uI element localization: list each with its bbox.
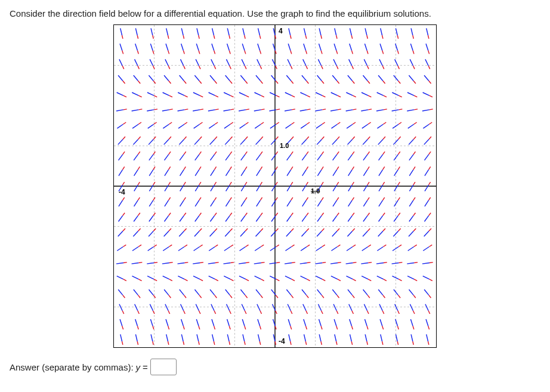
answer-label: Answer (separate by commas): [10, 362, 134, 372]
svg-line-15 [153, 341, 153, 345]
svg-line-853 [137, 35, 138, 39]
svg-line-699 [246, 95, 249, 97]
svg-line-559 [138, 137, 141, 139]
svg-line-278 [240, 247, 246, 251]
svg-line-630 [362, 124, 368, 128]
svg-line-880 [350, 28, 351, 35]
svg-line-236 [239, 263, 246, 264]
svg-line-607 [184, 122, 187, 124]
tick-label-1-0-x: 1.0 [311, 187, 320, 195]
svg-line-190 [209, 276, 215, 279]
svg-line-113 [260, 311, 261, 314]
svg-line-723 [430, 95, 432, 97]
svg-line-708 [316, 92, 322, 95]
svg-line-479 [168, 166, 170, 169]
svg-line-883 [367, 35, 367, 39]
svg-line-275 [215, 245, 218, 246]
svg-line-678 [407, 110, 414, 111]
svg-line-757 [367, 81, 370, 84]
svg-line-97 [138, 311, 139, 314]
svg-line-843 [382, 51, 384, 54]
svg-line-76 [304, 319, 306, 326]
direction-field-graph: -4 4 -4 1.0 1.0 [113, 24, 437, 348]
svg-line-659 [261, 109, 265, 110]
svg-line-567 [199, 137, 202, 139]
svg-line-742 [256, 75, 261, 81]
svg-line-782 [242, 59, 245, 66]
svg-line-661 [276, 109, 280, 110]
svg-line-246 [315, 263, 322, 264]
svg-line-224 [147, 263, 154, 264]
svg-line-506 [379, 169, 383, 175]
svg-line-203 [307, 279, 310, 281]
svg-line-362 [241, 215, 245, 221]
svg-line-202 [301, 276, 307, 279]
svg-line-149 [215, 295, 217, 298]
svg-line-683 [123, 95, 126, 97]
svg-line-131 [398, 311, 399, 314]
svg-line-850 [120, 28, 122, 35]
svg-line-331 [322, 229, 324, 231]
svg-line-889 [413, 35, 413, 39]
svg-line-546 [363, 155, 367, 160]
svg-line-335 [353, 229, 355, 231]
svg-line-750 [317, 75, 322, 81]
svg-line-859 [183, 35, 184, 39]
svg-line-251 [353, 263, 357, 263]
svg-line-549 [383, 152, 385, 155]
svg-line-28 [258, 334, 260, 341]
svg-line-885 [382, 35, 383, 39]
svg-line-810 [135, 44, 138, 51]
svg-line-395 [168, 197, 170, 200]
svg-line-221 [123, 263, 127, 263]
svg-line-584 [332, 139, 337, 144]
svg-line-263 [123, 245, 126, 246]
svg-line-334 [347, 231, 352, 236]
svg-line-793 [322, 66, 323, 69]
svg-line-512 [425, 169, 429, 175]
svg-line-426 [409, 200, 413, 206]
svg-line-62 [196, 319, 199, 326]
svg-line-348 [134, 215, 138, 221]
svg-line-770 [150, 59, 153, 66]
svg-line-577 [276, 137, 278, 139]
svg-line-399 [199, 197, 201, 200]
svg-line-644 [147, 110, 154, 111]
svg-line-383 [398, 213, 400, 216]
svg-line-759 [383, 81, 385, 84]
svg-line-260 [422, 263, 430, 264]
svg-line-766 [119, 59, 122, 66]
svg-line-713 [353, 95, 356, 97]
svg-line-501 [337, 166, 339, 169]
svg-line-327 [291, 229, 293, 231]
svg-line-215 [398, 279, 401, 281]
svg-line-245 [307, 263, 311, 263]
svg-line-694 [209, 92, 215, 95]
svg-line-493 [276, 166, 277, 169]
svg-line-888 [411, 28, 413, 35]
svg-line-103 [184, 311, 185, 314]
svg-line-137 [123, 295, 125, 298]
svg-line-570 [225, 139, 230, 144]
svg-line-329 [307, 229, 309, 231]
svg-line-204 [316, 276, 322, 279]
svg-line-134 [425, 304, 428, 311]
svg-line-816 [181, 44, 184, 51]
svg-line-887 [397, 35, 398, 39]
svg-line-785 [260, 66, 262, 69]
svg-line-822 [227, 44, 230, 51]
svg-line-717 [384, 95, 387, 97]
svg-line-424 [394, 200, 398, 206]
svg-line-128 [379, 304, 382, 311]
svg-line-180 [132, 276, 138, 279]
svg-line-147 [199, 295, 202, 298]
svg-line-671 [353, 109, 357, 110]
svg-line-453 [291, 182, 293, 185]
svg-line-75 [291, 326, 292, 330]
svg-line-634 [393, 124, 398, 128]
tick-label-1-0-y: 1.0 [280, 142, 289, 149]
svg-line-317 [215, 229, 217, 231]
svg-line-130 [395, 304, 398, 311]
svg-line-565 [184, 137, 187, 139]
answer-input[interactable] [150, 359, 177, 375]
